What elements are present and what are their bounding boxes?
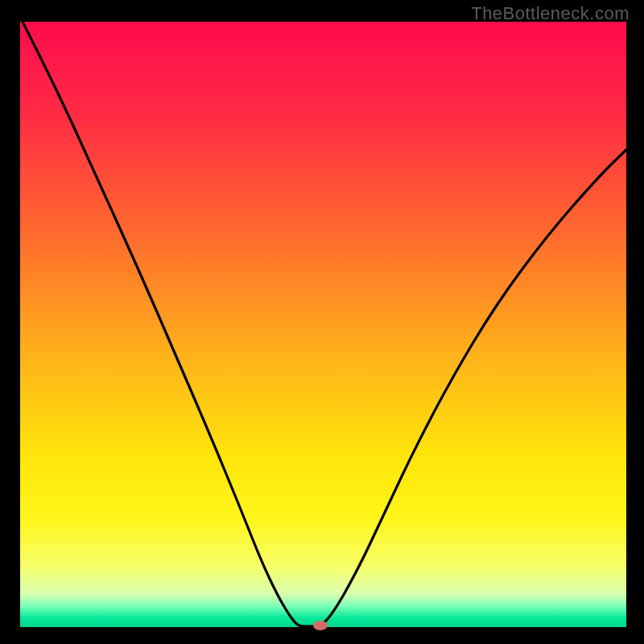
- plot-background-gradient: [20, 22, 626, 627]
- watermark-text: TheBottleneck.com: [471, 3, 630, 24]
- bottleneck-chart: [0, 0, 644, 644]
- chart-frame: TheBottleneck.com: [0, 0, 644, 644]
- minimum-marker: [313, 621, 328, 630]
